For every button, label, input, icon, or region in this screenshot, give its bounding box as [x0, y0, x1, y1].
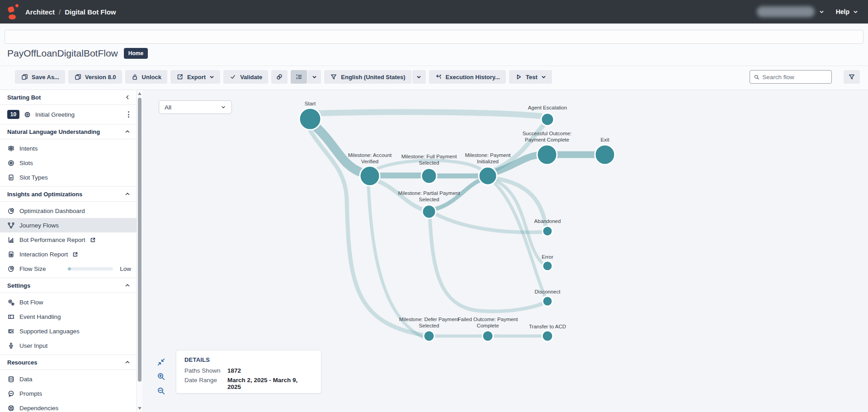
sankey-node-failed-outcome[interactable] — [482, 331, 493, 341]
node-label: Failed Outcome: Payment — [458, 317, 519, 322]
top-bar: Architect / Digital Bot Flow Help — [0, 0, 868, 24]
test-button[interactable]: Test — [509, 70, 552, 84]
sankey-node-partial-payment[interactable] — [422, 205, 436, 218]
sankey-node-successful-outcome[interactable] — [537, 145, 557, 165]
chevron-up-icon — [125, 283, 130, 288]
account-menu[interactable] — [757, 6, 824, 17]
node-label: Milestone: Account — [348, 152, 392, 158]
sidebar-scrollbar[interactable] — [137, 90, 142, 412]
ordered-list-view-button[interactable]: 12 — [291, 70, 307, 84]
section-settings[interactable]: Settings — [0, 278, 137, 293]
version-button[interactable]: Version 8.0 — [68, 70, 122, 84]
notification-bar — [5, 30, 863, 44]
sankey-node-payment-initialized[interactable] — [479, 167, 497, 185]
chevron-down-icon — [221, 104, 226, 110]
fit-view-icon[interactable] — [157, 358, 165, 366]
journey-flows-icon — [7, 222, 15, 229]
scroll-down-arrow[interactable] — [138, 407, 142, 410]
unlock-icon — [131, 73, 138, 81]
sidebar-item-bot-flow[interactable]: Bot Flow — [0, 295, 137, 309]
language-dropdown-button[interactable] — [412, 70, 426, 84]
chevron-up-icon — [125, 191, 130, 197]
pie-chart-icon — [7, 207, 15, 215]
breadcrumb-app[interactable]: Architect — [25, 8, 55, 16]
ticket-icon — [7, 313, 15, 321]
sankey-node-error[interactable] — [542, 261, 552, 271]
sidebar-item-initial-greeting[interactable]: 10 Initial Greeting — [0, 105, 137, 124]
breadcrumb-page: Digital Bot Flow — [65, 8, 116, 16]
section-nlu[interactable]: Natural Language Understanding — [0, 124, 137, 139]
history-icon — [435, 73, 442, 81]
sidebar-item-event-handling[interactable]: Event Handling — [0, 309, 137, 324]
help-menu[interactable]: Help — [836, 8, 858, 15]
section-insights[interactable]: Insights and Optimizations — [0, 187, 137, 202]
section-resources[interactable]: Resources — [0, 355, 137, 370]
node-label: Transfer to ACD — [529, 324, 566, 329]
sidebar-item-intents[interactable]: Intents — [0, 141, 137, 156]
filter-button[interactable] — [844, 70, 860, 84]
versions-icon — [74, 73, 81, 81]
zoom-in-icon[interactable] — [157, 372, 165, 381]
list-view-dropdown-button[interactable] — [307, 70, 321, 84]
svg-text:1: 1 — [296, 74, 297, 76]
sidebar-item-prompts[interactable]: Prompts — [0, 386, 137, 401]
node-label: Milestone: Payment — [465, 152, 511, 158]
export-button[interactable]: Export — [170, 70, 220, 84]
unlock-button[interactable]: Unlock — [125, 70, 167, 84]
sidebar-item-supported-languages[interactable]: A Supported Languages — [0, 324, 137, 338]
path-filter-dropdown[interactable]: All — [159, 100, 232, 114]
validate-button[interactable]: Validate — [223, 70, 268, 84]
section-starting-bot[interactable]: Starting Bot — [0, 90, 137, 105]
sidebar-item-data[interactable]: Data — [0, 372, 137, 386]
sidebar-item-bot-performance-report[interactable]: Bot Performance Report — [0, 232, 137, 247]
language-button[interactable]: English (United States) — [324, 70, 411, 84]
account-name-redacted — [757, 6, 815, 17]
execution-history-button[interactable]: Execution History... — [429, 70, 506, 84]
copy-link-button[interactable] — [271, 70, 288, 84]
scrollbar-thumb[interactable] — [138, 98, 142, 382]
node-label: Verified — [361, 159, 378, 164]
sankey-node-agent-escalation[interactable] — [541, 113, 554, 126]
chevron-up-icon — [125, 360, 130, 365]
sankey-node-full-payment[interactable] — [421, 168, 437, 184]
node-label: Error — [542, 254, 553, 260]
sankey-node-disconnect[interactable] — [542, 296, 552, 306]
svg-text:2: 2 — [296, 77, 297, 80]
paths-shown-label: Paths Shown — [184, 367, 227, 374]
breadcrumb: Architect / Digital Bot Flow — [25, 8, 116, 16]
numbered-list-icon: 12 — [295, 73, 302, 81]
document-icon — [7, 174, 15, 181]
save-as-button[interactable]: Save As... — [15, 70, 65, 84]
check-icon — [229, 73, 236, 81]
sankey-node-defer-payment[interactable] — [424, 331, 434, 341]
sankey-node-transfer-to-acd[interactable] — [542, 331, 553, 341]
sankey-node-account-verified[interactable] — [360, 166, 380, 186]
sidebar-item-interaction-report[interactable]: Interaction Report — [0, 247, 137, 261]
sidebar-item-journey-flows[interactable]: Journey Flows — [0, 218, 137, 232]
sidebar-item-slots[interactable]: Slots — [0, 156, 137, 170]
sankey-node-exit[interactable] — [595, 145, 615, 165]
node-label: Start — [305, 101, 316, 106]
search-input[interactable] — [762, 74, 828, 81]
export-icon — [176, 73, 184, 81]
sankey-node-start[interactable] — [299, 108, 321, 130]
node-label: Payment Complete — [525, 137, 569, 142]
flow-size-slider[interactable] — [68, 267, 113, 270]
kebab-menu-icon[interactable] — [126, 109, 131, 119]
node-label: Milestone: Partial Payment — [398, 190, 461, 196]
date-range-label: Date Range — [184, 377, 227, 390]
flow-size-slider-handle[interactable] — [68, 267, 71, 270]
sankey-node-abandoned[interactable] — [542, 226, 552, 236]
play-icon — [515, 73, 522, 81]
zoom-out-icon[interactable] — [157, 387, 165, 395]
help-label: Help — [836, 8, 849, 15]
sidebar-item-user-input[interactable]: User Input — [0, 338, 137, 353]
node-label: Exit — [600, 137, 609, 142]
sidebar-item-slot-types[interactable]: Slot Types — [0, 170, 137, 185]
sidebar-item-optimization-dashboard[interactable]: Optimization Dashboard — [0, 204, 137, 218]
bar-chart-icon — [7, 236, 15, 244]
canvas-zoom-controls — [157, 358, 165, 395]
scroll-up-arrow[interactable] — [138, 92, 142, 95]
paths-shown-value: 1872 — [227, 367, 241, 374]
sidebar-item-dependencies[interactable]: Dependencies — [0, 401, 137, 412]
